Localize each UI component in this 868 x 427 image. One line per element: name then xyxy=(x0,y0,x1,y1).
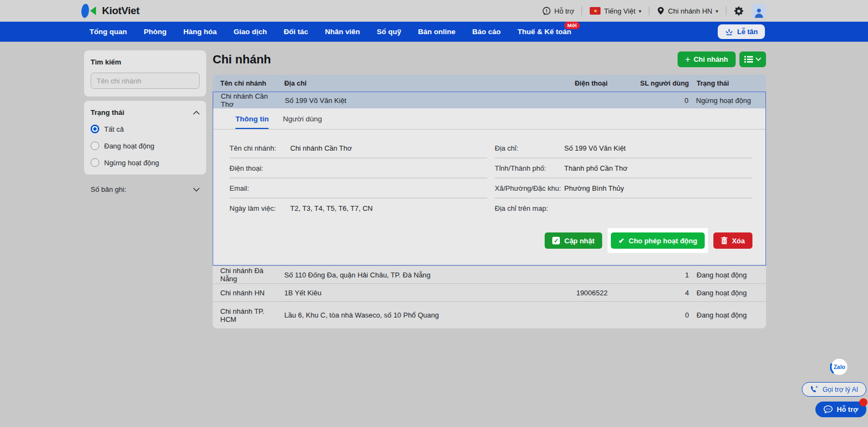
branch-users: 0 xyxy=(608,311,689,319)
field-label: Điện thoại: xyxy=(229,164,290,172)
kiotviet-logo: KiotViet xyxy=(81,3,139,18)
branch-address: Lầu 6, Khu C, tòa nhà Waseco, số 10 Phổ … xyxy=(284,311,537,319)
nav-bao-cao[interactable]: Báo cáo xyxy=(473,28,501,36)
branch-users: 0 xyxy=(607,96,688,105)
gear-icon xyxy=(734,6,744,16)
update-button[interactable]: ✓ Cập nhật xyxy=(545,232,602,249)
table-row-can-tho[interactable]: Chi nhánh Cần Thơ Số 199 Võ Văn Kiệt 0 N… xyxy=(213,92,765,108)
branches-table: Tên chi nhánh Địa chỉ Điện thoại SL ngườ… xyxy=(213,75,766,328)
nav-doi-tac[interactable]: Đối tác xyxy=(284,28,308,36)
view-options-button[interactable] xyxy=(739,51,766,67)
nav-tong-quan[interactable]: Tổng quan xyxy=(90,28,127,36)
field-map-address: Địa chỉ trên map: xyxy=(495,198,752,218)
field-label: Tên chi nhánh: xyxy=(229,144,290,152)
help-bubble-icon: ! xyxy=(542,7,551,16)
support-label: Hỗ trợ xyxy=(837,405,858,413)
notification-dot xyxy=(859,398,867,406)
chevron-down-icon xyxy=(756,57,761,61)
nav-phong[interactable]: Phòng xyxy=(144,28,167,36)
user-icon xyxy=(754,7,764,18)
records-count-toggle[interactable]: Số bản ghi: xyxy=(84,179,206,200)
branch-users: 4 xyxy=(608,289,689,297)
field-value: Phường Bình Thủy xyxy=(564,184,624,192)
chevron-up-icon[interactable] xyxy=(193,111,200,115)
user-avatar[interactable] xyxy=(752,4,766,18)
support-chat-button[interactable]: Hỗ trợ xyxy=(815,402,866,417)
table-row-tphcm[interactable]: Chi nhánh TP. HCM Lầu 6, Khu C, tòa nhà … xyxy=(213,301,766,328)
nav-thue-ke-toan-label: Thuế & Kế toán xyxy=(518,28,571,36)
field-label: Tỉnh/Thành phố: xyxy=(495,164,564,172)
chat-bubble-icon xyxy=(824,405,833,413)
nav-giao-dich[interactable]: Giao dịch xyxy=(234,28,267,36)
field-branch-name: Tên chi nhánh: Chi nhánh Cần Thơ xyxy=(229,138,487,158)
table-row-hn[interactable]: Chi nhánh HN 1B Yết Kiêu 19006522 4 Đang… xyxy=(213,283,766,301)
zalo-widget[interactable]: Zalo xyxy=(830,358,848,376)
status-filter-card: Trạng thái Tất cả Đang hoạt động Ngừng h… xyxy=(84,101,206,174)
col-header-address: Địa chỉ xyxy=(284,80,537,87)
tab-thong-tin[interactable]: Thông tin xyxy=(235,115,269,129)
col-header-phone: Điện thoại xyxy=(537,80,608,87)
search-card: Tìm kiếm xyxy=(84,50,206,96)
nav-thue-ke-toan[interactable]: Thuế & Kế toán Mới xyxy=(518,28,571,36)
field-value: Thành phố Cần Thơ xyxy=(564,164,628,172)
status-option-active[interactable]: Đang hoạt động xyxy=(91,141,200,150)
allow-activation-label: Cho phép hoạt động xyxy=(629,237,697,245)
records-label: Số bản ghi: xyxy=(91,185,126,193)
field-phone: Điện thoại: xyxy=(229,158,487,178)
branch-status: Đang hoạt động xyxy=(689,271,758,279)
tab-nguoi-dung[interactable]: Người dùng xyxy=(283,115,322,129)
status-filter-title: Trạng thái xyxy=(91,108,124,117)
help-menu[interactable]: ! Hỗ trợ xyxy=(542,7,575,16)
phone-ai-icon xyxy=(810,385,819,393)
language-label: Tiếng Việt xyxy=(604,7,635,15)
check-icon: ✔ xyxy=(618,237,624,245)
status-option-inactive[interactable]: Ngừng hoạt động xyxy=(91,158,200,167)
branch-phone: 19006522 xyxy=(537,289,608,297)
field-province: Tỉnh/Thành phố: Thành phố Cần Thơ xyxy=(495,158,752,178)
field-label: Email: xyxy=(229,184,290,192)
nav-nhan-vien[interactable]: Nhân viên xyxy=(325,28,360,36)
ai-assistant-call-button[interactable]: Gọi trợ lý AI xyxy=(802,382,866,397)
trash-icon xyxy=(721,237,727,244)
kiotviet-logo-icon xyxy=(81,3,98,18)
nav-hang-hoa[interactable]: Hàng hóa xyxy=(183,28,217,36)
branch-selector[interactable]: Chi nhánh HN ▾ xyxy=(657,7,718,15)
branch-address: 1B Yết Kiêu xyxy=(284,289,537,297)
field-label: Địa chỉ trên map: xyxy=(495,204,564,212)
branch-detail-panel: Thông tin Người dùng Tên chi nhánh: Chi … xyxy=(213,108,765,265)
delete-button[interactable]: Xóa xyxy=(713,232,752,249)
field-value: Chi nhánh Cần Thơ xyxy=(290,144,352,152)
field-address: Địa chỉ: Số 199 Võ Văn Kiệt xyxy=(495,138,752,158)
branch-search-input[interactable] xyxy=(91,73,200,89)
settings-button[interactable] xyxy=(734,6,744,16)
branch-status: Đang hoạt động xyxy=(689,289,758,297)
status-option-all[interactable]: Tất cả xyxy=(91,125,200,133)
chevron-down-icon: ▾ xyxy=(716,8,718,14)
table-row-da-nang[interactable]: Chi nhánh Đà Nẵng Số 110 Đống Đa, quận H… xyxy=(213,266,766,283)
language-selector[interactable]: ★ Tiếng Việt ▾ xyxy=(590,7,641,15)
divider xyxy=(726,7,726,15)
field-value: Số 199 Võ Văn Kiệt xyxy=(564,144,626,152)
search-title: Tìm kiếm xyxy=(91,58,200,66)
chevron-down-icon xyxy=(193,187,200,192)
plus-icon: + xyxy=(685,55,690,64)
chevron-down-icon: ▾ xyxy=(639,8,641,14)
field-value: T2, T3, T4, T5, T6, T7, CN xyxy=(290,204,373,212)
page-title: Chi nhánh xyxy=(213,53,271,67)
target-highlight: ✔ Cho phép hoạt động xyxy=(608,228,708,253)
reception-button[interactable]: Lễ tân xyxy=(718,24,765,39)
nav-ban-online[interactable]: Bán online xyxy=(418,28,456,36)
add-branch-button[interactable]: + Chi nhánh xyxy=(678,51,736,67)
nav-so-quy[interactable]: Sổ quỹ xyxy=(377,28,401,36)
top-header: KiotViet ! Hỗ trợ ★ Tiếng Việt ▾ Chi nhá… xyxy=(0,0,868,22)
branch-name: Chi nhánh TP. HCM xyxy=(220,307,284,324)
checkbox-icon: ✓ xyxy=(552,237,560,244)
field-label: Ngày làm việc: xyxy=(229,204,290,212)
allow-activation-button[interactable]: ✔ Cho phép hoạt động xyxy=(611,232,705,249)
main-navbar: Tổng quan Phòng Hàng hóa Giao dịch Đối t… xyxy=(0,22,868,42)
delete-label: Xóa xyxy=(732,237,745,245)
divider xyxy=(649,7,649,15)
add-branch-label: Chi nhánh xyxy=(693,55,728,63)
update-label: Cập nhật xyxy=(564,237,595,245)
branch-status: Ngừng hoạt động xyxy=(688,96,758,105)
